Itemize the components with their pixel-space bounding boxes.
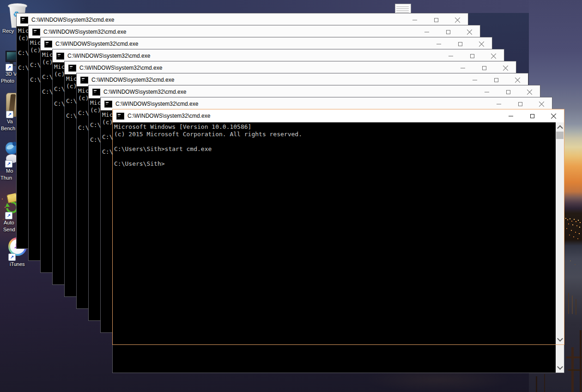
document-lines [396, 5, 409, 12]
close-button[interactable] [531, 97, 552, 110]
thunderbird-icon[interactable]: ↗ [5, 141, 18, 167]
close-button[interactable] [447, 13, 468, 26]
close-icon [551, 113, 557, 119]
wallpaper-city-lights [2, 199, 3, 199]
cmd-icon [44, 41, 52, 48]
window-title: C:\WINDOWS\system32\cmd.exe [55, 41, 138, 47]
titlebar[interactable]: C:\WINDOWS\system32\cmd.exe [53, 49, 504, 62]
close-button[interactable] [519, 85, 540, 98]
minimize-icon [497, 104, 501, 104]
cmd-window-active[interactable]: C:\WINDOWS\system32\cmd.exe Microsoft Wi… [112, 109, 564, 345]
minimize-button[interactable] [404, 13, 425, 26]
window-title: C:\WINDOWS\system32\cmd.exe [127, 113, 210, 119]
minimize-icon [509, 116, 513, 116]
scrollbar[interactable] [556, 122, 564, 344]
recycle-bin-label[interactable]: Recy [2, 28, 14, 34]
minimize-button[interactable] [488, 97, 509, 110]
close-button[interactable] [495, 61, 516, 74]
minimize-button[interactable] [452, 61, 473, 74]
maximize-button[interactable] [497, 85, 519, 98]
maximize-icon [518, 102, 522, 106]
auto-sender-label-2[interactable]: Send [3, 227, 15, 232]
monitor-screen [7, 52, 16, 60]
close-button[interactable] [507, 73, 528, 86]
maximize-icon [446, 30, 450, 34]
close-button[interactable] [471, 37, 492, 50]
thunderbird-label-2[interactable]: Thun [0, 175, 12, 181]
close-icon [479, 41, 485, 47]
minimize-button[interactable] [476, 85, 497, 98]
maximize-button[interactable] [425, 13, 447, 26]
maximize-button[interactable] [485, 73, 507, 86]
minimize-button[interactable] [428, 37, 449, 50]
titlebar[interactable]: C:\WINDOWS\system32\cmd.exe [77, 73, 528, 86]
minimize-button[interactable] [416, 25, 437, 38]
close-icon [539, 101, 545, 107]
valley-benchmark-label-1[interactable]: Va [7, 119, 13, 124]
minimize-icon [412, 20, 417, 20]
window-title: C:\WINDOWS\system32\cmd.exe [103, 89, 186, 95]
wallpaper-pier-post [544, 374, 545, 392]
minimize-icon [461, 68, 465, 68]
scroll-up-icon[interactable] [557, 125, 563, 131]
desktop: ♻ Recy ↗ 3D V Photo ↗ Va Bench ↗ Mo Thun… [0, 0, 582, 392]
minimize-button[interactable] [440, 49, 461, 62]
auto-sender-label-1[interactable]: Auto [4, 220, 14, 225]
titlebar[interactable]: C:\WINDOWS\system32\cmd.exe [113, 109, 564, 122]
maximize-icon [482, 66, 486, 70]
minimize-button[interactable] [464, 73, 485, 86]
minimize-icon [485, 92, 489, 92]
minimize-icon [449, 56, 453, 56]
shortcut-arrow-icon: ↗ [5, 160, 12, 168]
titlebar[interactable]: C:\WINDOWS\system32\cmd.exe [29, 25, 480, 38]
scroll-down-icon[interactable] [557, 364, 563, 370]
maximize-button[interactable] [449, 37, 471, 50]
close-icon [527, 89, 533, 95]
itunes-label[interactable]: iTunes [10, 261, 25, 267]
window-title: C:\WINDOWS\system32\cmd.exe [79, 65, 162, 71]
minimize-icon [436, 44, 441, 44]
window-title: C:\WINDOWS\system32\cmd.exe [67, 53, 150, 59]
shortcut-arrow-icon: ↗ [5, 212, 12, 219]
cmd-icon [32, 29, 40, 36]
maximize-icon [506, 90, 510, 94]
cmd-icon [104, 101, 112, 108]
close-button[interactable] [483, 49, 504, 62]
cmd-icon [68, 65, 76, 72]
shortcut-arrow-icon: ↗ [8, 253, 16, 261]
window-title: C:\WINDOWS\system32\cmd.exe [31, 17, 114, 23]
maximize-button[interactable] [473, 61, 495, 74]
titlebar[interactable]: C:\WINDOWS\system32\cmd.exe [101, 97, 552, 110]
close-button[interactable] [459, 25, 480, 38]
maximize-button[interactable] [509, 97, 531, 110]
wallpaper-pier-post [580, 330, 582, 392]
close-icon [515, 77, 521, 83]
titlebar[interactable]: C:\WINDOWS\system32\cmd.exe [41, 37, 492, 50]
minimize-button[interactable] [500, 109, 521, 122]
wallpaper-pier-post [572, 296, 573, 314]
wallpaper-pier-post [568, 293, 569, 314]
close-button[interactable] [543, 109, 564, 122]
photo-viewer-label-1[interactable]: 3D V [6, 71, 17, 77]
auto-sender-icon[interactable]: ↗ [5, 191, 18, 219]
scroll-thumb[interactable] [556, 132, 564, 139]
close-icon [503, 65, 509, 71]
cmd-icon [80, 77, 88, 84]
minimize-icon [424, 32, 429, 32]
console-output: Microsoft Windows [Version 10.0.10586] (… [114, 123, 553, 168]
valley-benchmark-label-2[interactable]: Bench [1, 126, 15, 131]
maximize-button[interactable] [437, 25, 459, 38]
shortcut-arrow-icon: ↗ [6, 64, 13, 71]
thunderbird-label-1[interactable]: Mo [6, 168, 13, 174]
photo-viewer-label-2[interactable]: Photo [1, 78, 14, 84]
maximize-icon [530, 114, 534, 118]
maximize-icon [458, 42, 462, 46]
close-icon [455, 17, 461, 23]
titlebar[interactable]: C:\WINDOWS\system32\cmd.exe [89, 85, 540, 98]
titlebar[interactable]: C:\WINDOWS\system32\cmd.exe [65, 61, 516, 74]
titlebar[interactable]: C:\WINDOWS\system32\cmd.exe [17, 13, 468, 26]
minimize-icon [473, 80, 477, 80]
maximize-button[interactable] [461, 49, 483, 62]
maximize-button[interactable] [521, 109, 543, 122]
scroll-down-icon[interactable] [557, 336, 563, 342]
